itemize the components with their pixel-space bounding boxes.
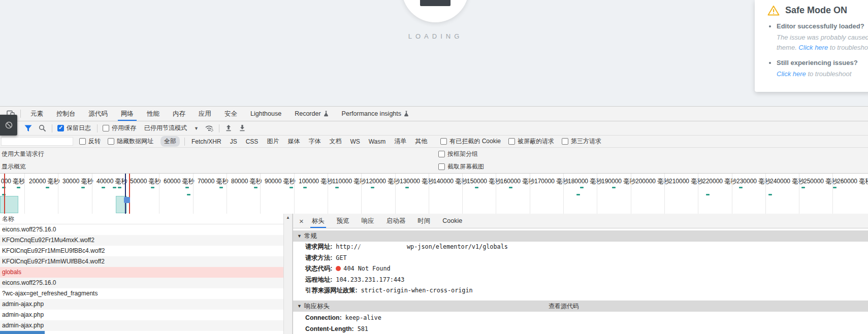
header-field-key: 状态代码: — [305, 265, 332, 272]
close-icon[interactable]: × — [299, 217, 304, 225]
export-har-icon[interactable] — [239, 124, 246, 132]
chevron-down-icon[interactable]: ▼ — [194, 126, 199, 131]
request-row[interactable]: admin-ajax.php — [0, 320, 283, 331]
checkbox-unchecked — [438, 151, 445, 157]
filter-pill-字体[interactable]: 字体 — [305, 136, 324, 147]
ruler-gridline — [227, 174, 227, 214]
filter-pill-js[interactable]: JS — [227, 137, 241, 146]
tab-网络[interactable]: 网络 — [114, 107, 140, 121]
hide-data-urls-checkbox[interactable]: 隐藏数据网址 — [108, 137, 153, 146]
filter-checkbox[interactable]: 有已拦截的 Cookie — [440, 137, 501, 146]
general-section-header[interactable]: ▼常规 — [293, 230, 868, 242]
ruler-gridline — [530, 174, 530, 214]
safe-mode-item-line: theme. Click here to troubleshoot — [777, 43, 868, 53]
timeline-marker-line — [129, 174, 130, 214]
request-row[interactable]: eicons.woff2?5.16.0 — [0, 224, 283, 235]
name-column-header[interactable]: 名称 — [0, 214, 283, 224]
filter-pill-清单[interactable]: 清单 — [391, 136, 410, 147]
throttling-select[interactable]: 已停用节流模式 — [144, 124, 187, 132]
view-source-link[interactable]: 查看源代码 — [549, 300, 579, 312]
filter-pill-ws[interactable]: WS — [346, 137, 363, 146]
filter-pill-css[interactable]: CSS — [242, 137, 262, 146]
details-tab-预览[interactable]: 预览 — [337, 214, 349, 228]
click-here-link[interactable]: Click here — [777, 70, 806, 78]
hide-data-urls-label: 隐藏数据网址 — [117, 137, 153, 146]
details-tab-cookie[interactable]: Cookie — [442, 214, 462, 228]
tab-label: Performance insights — [342, 110, 401, 117]
network-conditions-icon[interactable] — [205, 124, 214, 132]
details-tab-时间[interactable]: 时间 — [417, 214, 430, 228]
safe-mode-text: to troubleshoot — [806, 70, 852, 78]
tab-recorder[interactable]: Recorder — [288, 107, 335, 121]
tab-性能[interactable]: 性能 — [140, 107, 166, 121]
filter-input[interactable] — [1, 137, 73, 146]
ruler-gridline — [429, 174, 429, 214]
request-row[interactable]: KFOmCnqEu92Fr1Mu4mxK.woff2 — [0, 235, 283, 246]
request-row[interactable]: globals — [0, 267, 283, 278]
group-by-frame-checkbox[interactable]: 按框架分组 — [438, 150, 478, 158]
timeline-marker-handle[interactable] — [124, 197, 130, 203]
checkbox-unchecked — [508, 138, 515, 145]
disable-cache-checkbox[interactable]: 停用缓存 — [103, 124, 136, 132]
scrollbar[interactable]: ▲ — [283, 214, 293, 334]
scroll-up-icon[interactable]: ▲ — [286, 214, 290, 222]
preserve-log-checkbox[interactable]: 保留日志 — [57, 124, 91, 132]
request-row[interactable]: KFOlCnqEu92Fr1MmEU9fBBc4.woff2 — [0, 246, 283, 256]
checkbox-unchecked — [108, 138, 114, 145]
large-request-rows-label[interactable]: 使用大量请求行 — [2, 150, 44, 158]
response-headers-section-header[interactable]: ▼响应标头 查看源代码 — [293, 300, 868, 312]
tab-安全[interactable]: 安全 — [218, 107, 244, 121]
details-tab-响应[interactable]: 响应 — [362, 214, 374, 228]
search-icon[interactable] — [39, 124, 46, 132]
request-row[interactable]: admin-ajax.php — [0, 310, 283, 320]
tab-元素[interactable]: 元素 — [24, 107, 50, 121]
import-har-icon[interactable] — [225, 124, 232, 132]
divider — [97, 124, 98, 132]
header-field-value: GET — [336, 254, 346, 261]
request-list: 名称eicons.woff2?5.16.0KFOmCnqEu92Fr1Mu4mx… — [0, 214, 283, 334]
safe-mode-text: to troubleshoot — [828, 44, 868, 51]
ruler-gridline — [765, 174, 766, 214]
disable-cache-label: 停用缓存 — [112, 124, 136, 132]
invert-filter-checkbox[interactable]: 反转 — [79, 137, 101, 146]
tab-控制台[interactable]: 控制台 — [50, 107, 82, 121]
tab-performance-insights[interactable]: Performance insights — [335, 107, 415, 121]
clear-network-log-button[interactable] — [0, 115, 17, 136]
safe-mode-item: Editor successfully loaded?The issue was… — [777, 22, 868, 53]
ruler-gridline — [597, 174, 597, 214]
filter-checkbox[interactable]: 被屏蔽的请求 — [508, 137, 554, 146]
request-row[interactable]: admin-ajax.php — [0, 299, 283, 310]
request-mark — [405, 187, 409, 188]
click-here-link[interactable]: Click here — [798, 44, 828, 51]
tab-lighthouse[interactable]: Lighthouse — [244, 107, 288, 121]
general-rows: 请求网址:http://wp-json/elementor/v1/globals… — [293, 242, 868, 296]
safe-mode-text: theme. — [777, 44, 798, 51]
filter-checkbox-label: 第三方请求 — [571, 137, 601, 146]
filter-pill-全部[interactable]: 全部 — [160, 136, 180, 147]
filter-pill-图片[interactable]: 图片 — [263, 136, 282, 147]
show-overview-label[interactable]: 显示概览 — [2, 162, 26, 171]
filter-pill-fetch-xhr[interactable]: Fetch/XHR — [188, 137, 225, 146]
network-overview-timeline[interactable]: 000 毫秒20000 毫秒30000 毫秒40000 毫秒50000 毫秒60… — [0, 174, 868, 214]
tab-源代码[interactable]: 源代码 — [82, 107, 115, 121]
selected-row-partial[interactable] — [0, 331, 45, 334]
filter-checkbox[interactable]: 第三方请求 — [562, 137, 601, 146]
details-tab-启动器[interactable]: 启动器 — [387, 214, 406, 228]
filter-pill-wasm[interactable]: Wasm — [365, 137, 390, 146]
filter-pill-其他[interactable]: 其他 — [411, 136, 431, 147]
filter-pill-媒体[interactable]: 媒体 — [284, 136, 303, 147]
filter-pill-文档[interactable]: 文档 — [326, 136, 345, 147]
ruler-label: 60000 毫秒 — [164, 177, 195, 186]
request-row[interactable]: ?wc-ajax=get_refreshed_fragments — [0, 288, 283, 299]
request-mark — [739, 187, 743, 188]
request-row[interactable]: eicons.woff2?5.16.0 — [0, 278, 283, 288]
details-tab-标头[interactable]: 标头 — [312, 214, 325, 228]
tab-内存[interactable]: 内存 — [166, 107, 192, 121]
request-row[interactable]: KFOlCnqEu92Fr1MmWUlfBBc4.woff2 — [0, 256, 283, 267]
capture-screenshots-label: 截取屏幕截图 — [447, 162, 484, 171]
capture-screenshots-checkbox[interactable]: 截取屏幕截图 — [438, 162, 484, 171]
experiment-flask-icon — [324, 111, 329, 117]
tab-应用[interactable]: 应用 — [192, 107, 218, 121]
filter-icon[interactable] — [24, 125, 32, 132]
ruler-gridline — [496, 174, 496, 214]
